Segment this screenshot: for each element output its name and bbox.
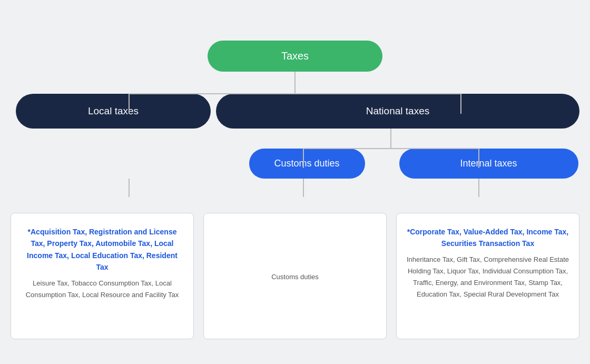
customs-duties-normal: Customs duties (271, 271, 319, 283)
local-taxes-normal: Leisure Tax, Tobacco Consumption Tax, Lo… (21, 278, 184, 301)
level3-connector-svg (11, 129, 579, 176)
local-taxes-card: *Acquisition Tax, Registration and Licen… (11, 213, 194, 339)
local-taxes-highlighted: *Acquisition Tax, Registration and Licen… (21, 226, 184, 273)
customs-duties-card: Customs duties (203, 213, 387, 339)
internal-taxes-highlighted: *Corporate Tax, Value-Added Tax, Income … (406, 226, 569, 250)
internal-taxes-normal: Inheritance Tax, Gift Tax, Comprehensive… (406, 254, 569, 300)
internal-taxes-card: *Corporate Tax, Value-Added Tax, Income … (396, 213, 579, 339)
taxes-node: Taxes (208, 41, 382, 72)
card-connector-svg (11, 179, 579, 200)
